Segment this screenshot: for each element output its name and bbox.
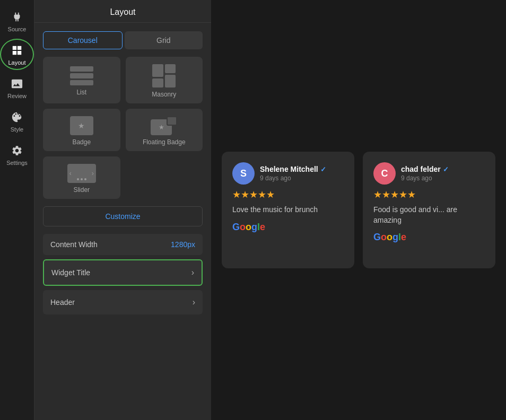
list-label: List bbox=[76, 89, 86, 96]
card2-date: 9 days ago bbox=[401, 174, 485, 182]
header-chevron: › bbox=[193, 298, 195, 307]
sidebar-label-settings: Settings bbox=[6, 160, 28, 166]
card1-verified-icon: ✓ bbox=[320, 165, 326, 173]
palette-icon bbox=[10, 110, 24, 125]
card2-source: Google bbox=[373, 232, 485, 243]
plug-icon bbox=[10, 10, 24, 24]
preview-area: S Shelene Mitchell ✓ 9 days ago ★★★★★ Lo… bbox=[211, 0, 506, 420]
slider-icon: ‹ › bbox=[67, 164, 96, 183]
sidebar-item-style[interactable]: Style bbox=[0, 106, 34, 137]
list-icon bbox=[70, 66, 93, 85]
masonry-icon bbox=[152, 64, 176, 88]
card1-date: 9 days ago bbox=[260, 174, 344, 182]
image-icon bbox=[10, 76, 24, 91]
sidebar-label-source: Source bbox=[8, 26, 27, 32]
sidebar-label-style: Style bbox=[11, 126, 23, 133]
widget-title-label: Widget Title bbox=[51, 268, 90, 277]
layout-option-list[interactable]: List bbox=[43, 57, 120, 103]
content-width-row: Content Width 1280px bbox=[43, 234, 203, 255]
card2-verified-icon: ✓ bbox=[443, 165, 449, 173]
card1-name: Shelene Mitchell ✓ bbox=[260, 165, 344, 173]
gear-icon bbox=[10, 143, 24, 158]
review-card-2: C chad felder ✓ 9 days ago ★★★★★ Food is… bbox=[363, 152, 495, 268]
badge-icon bbox=[70, 116, 93, 135]
sidebar-item-source[interactable]: Source bbox=[0, 5, 34, 37]
layout-icon bbox=[10, 43, 24, 58]
sidebar-label-layout: Layout bbox=[8, 59, 25, 66]
review-card-1: S Shelene Mitchell ✓ 9 days ago ★★★★★ Lo… bbox=[222, 152, 354, 268]
floating-badge-label: Floating Badge bbox=[143, 138, 186, 146]
sidebar-item-layout[interactable]: Layout bbox=[0, 39, 34, 70]
content-width-label: Content Width bbox=[50, 240, 98, 249]
card1-header: S Shelene Mitchell ✓ 9 days ago bbox=[232, 162, 344, 185]
layout-panel: Layout Carousel Grid List bbox=[34, 0, 211, 420]
masonry-label: Masonry bbox=[152, 91, 176, 98]
sidebar-item-review[interactable]: Review bbox=[0, 72, 34, 103]
card1-source: Google bbox=[232, 222, 344, 233]
content-width-value: 1280px bbox=[171, 240, 195, 249]
card1-info: Shelene Mitchell ✓ 9 days ago bbox=[260, 165, 344, 182]
header-row[interactable]: Header › bbox=[43, 290, 203, 314]
badge-label: Badge bbox=[72, 138, 91, 146]
layout-option-badge[interactable]: Badge bbox=[43, 109, 120, 151]
card2-info: chad felder ✓ 9 days ago bbox=[401, 165, 485, 182]
layout-option-floating-badge[interactable]: Floating Badge bbox=[126, 109, 203, 151]
card1-avatar: S bbox=[232, 162, 255, 185]
card2-text: Food is good and vi... are amazing bbox=[373, 205, 485, 225]
layout-option-masonry[interactable]: Masonry bbox=[126, 57, 203, 103]
header-label: Header bbox=[50, 298, 75, 307]
layout-options-grid: List Masonry Badg bbox=[43, 57, 203, 199]
widget-title-chevron: › bbox=[191, 268, 194, 277]
card2-name: chad felder ✓ bbox=[401, 165, 485, 173]
card1-stars: ★★★★★ bbox=[232, 189, 344, 200]
tab-grid[interactable]: Grid bbox=[125, 31, 203, 49]
layout-tabs: Carousel Grid bbox=[43, 31, 203, 49]
slider-label: Slider bbox=[73, 186, 90, 194]
card1-text: Love the music for brunch bbox=[232, 205, 344, 215]
layout-option-slider[interactable]: ‹ › Slider bbox=[43, 156, 120, 199]
card2-avatar: C bbox=[373, 162, 396, 185]
panel-content: Carousel Grid List bbox=[34, 23, 211, 420]
floating-badge-icon bbox=[151, 116, 177, 135]
card2-stars: ★★★★★ bbox=[373, 189, 485, 200]
customize-button[interactable]: Customize bbox=[43, 206, 203, 226]
sidebar: Source Layout Review Style bbox=[0, 0, 34, 420]
panel-title: Layout bbox=[34, 0, 211, 23]
sidebar-item-settings[interactable]: Settings bbox=[0, 139, 34, 170]
widget-title-row[interactable]: Widget Title › bbox=[43, 259, 203, 286]
card2-header: C chad felder ✓ 9 days ago bbox=[373, 162, 485, 185]
tab-carousel[interactable]: Carousel bbox=[43, 31, 123, 49]
sidebar-label-review: Review bbox=[7, 93, 27, 99]
